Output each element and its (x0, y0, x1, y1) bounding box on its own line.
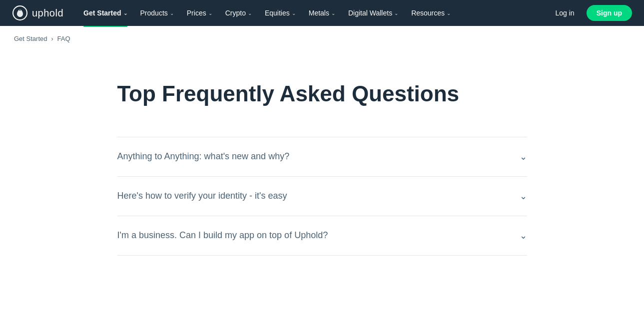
page-title: Top Frequently Asked Questions (117, 81, 527, 107)
chevron-down-icon: ⌄ (292, 10, 296, 16)
nav-item-get-started[interactable]: Get Started ⌄ (77, 6, 133, 20)
nav-label-metals: Metals (309, 9, 329, 17)
nav-label-equities: Equities (265, 9, 290, 17)
nav-item-metals[interactable]: Metals ⌄ (303, 6, 341, 20)
signup-button[interactable]: Sign up (587, 5, 632, 21)
chevron-down-icon-1: ⌄ (520, 191, 527, 202)
navbar: uphold Get Started ⌄ Products ⌄ Prices ⌄… (0, 0, 644, 26)
nav-label-digital-wallets: Digital Wallets (348, 9, 392, 17)
navbar-actions: Log in Sign up (550, 5, 632, 21)
logo-icon (12, 5, 28, 21)
chevron-down-icon-0: ⌄ (520, 151, 527, 162)
breadcrumb-get-started[interactable]: Get Started (14, 35, 47, 42)
nav-label-get-started: Get Started (83, 9, 121, 17)
breadcrumb-separator: › (51, 35, 53, 42)
chevron-down-icon-2: ⌄ (520, 230, 527, 241)
faq-question-2: I'm a business. Can I build my app on to… (117, 230, 328, 241)
chevron-down-icon: ⌄ (208, 10, 212, 16)
nav-item-digital-wallets[interactable]: Digital Wallets ⌄ (342, 6, 404, 20)
nav-item-products[interactable]: Products ⌄ (134, 6, 180, 20)
chevron-down-icon: ⌄ (394, 10, 398, 16)
faq-item-2[interactable]: I'm a business. Can I build my app on to… (117, 216, 527, 256)
svg-point-1 (19, 9, 21, 11)
chevron-down-icon: ⌄ (331, 10, 335, 16)
chevron-down-icon: ⌄ (248, 10, 252, 16)
nav-label-products: Products (140, 9, 168, 17)
navbar-nav: Get Started ⌄ Products ⌄ Prices ⌄ Crypto… (77, 6, 549, 20)
nav-label-prices: Prices (187, 9, 206, 17)
nav-label-resources: Resources (411, 9, 445, 17)
logo-link[interactable]: uphold (12, 5, 63, 21)
nav-item-resources[interactable]: Resources ⌄ (405, 6, 457, 20)
nav-item-prices[interactable]: Prices ⌄ (181, 6, 218, 20)
logo-text: uphold (32, 7, 63, 19)
main-content: Top Frequently Asked Questions Anything … (97, 51, 547, 286)
nav-label-crypto: Crypto (225, 9, 246, 17)
chevron-down-icon: ⌄ (447, 10, 451, 16)
breadcrumb: Get Started › FAQ (0, 26, 644, 51)
nav-item-crypto[interactable]: Crypto ⌄ (219, 6, 258, 20)
faq-item-0[interactable]: Anything to Anything: what's new and why… (117, 137, 527, 176)
nav-item-equities[interactable]: Equities ⌄ (259, 6, 302, 20)
chevron-down-icon: ⌄ (170, 10, 174, 16)
faq-list: Anything to Anything: what's new and why… (117, 137, 527, 256)
faq-item-1[interactable]: Here's how to verify your identity - it'… (117, 176, 527, 216)
faq-question-1: Here's how to verify your identity - it'… (117, 191, 287, 201)
chevron-down-icon: ⌄ (123, 10, 127, 16)
faq-question-0: Anything to Anything: what's new and why… (117, 151, 290, 162)
breadcrumb-current: FAQ (57, 35, 70, 42)
login-button[interactable]: Log in (550, 6, 581, 20)
